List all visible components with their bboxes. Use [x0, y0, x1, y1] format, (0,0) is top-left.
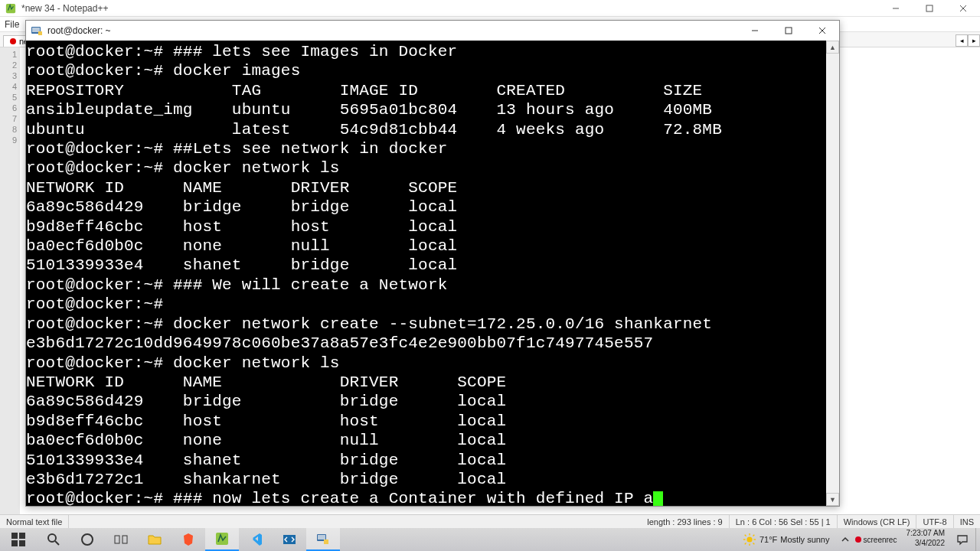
npp-close-button[interactable] [946, 0, 980, 17]
weather-temp: 71°F [760, 535, 777, 544]
svg-line-33 [753, 535, 754, 536]
terminal-scrollbar[interactable]: ▲ ▼ [826, 41, 839, 506]
sun-icon [743, 533, 756, 546]
gutter-line-number: 1 [0, 49, 17, 60]
brave-icon [181, 532, 196, 547]
screenrec-indicator[interactable]: screenrec [854, 536, 897, 544]
terminal-line: 6a89c586d429 bridge bridge local [26, 197, 826, 217]
terminal-line: root@docker:~# docker network ls [26, 158, 826, 178]
svg-rect-24 [318, 535, 325, 540]
tray-icons[interactable]: screenrec [836, 528, 902, 551]
gutter-line-number: 9 [0, 135, 17, 145]
term-minimize-button[interactable] [738, 21, 772, 41]
clock-time: 7:23:07 AM [906, 528, 945, 538]
taskbar-clock[interactable]: 7:23:07 AM 3/4/2022 [901, 528, 949, 551]
winscp-icon [282, 532, 297, 547]
terminal-line: REPOSITORY TAG IMAGE ID CREATED SIZE [26, 81, 826, 100]
svg-point-35 [855, 536, 861, 543]
cortana-icon [80, 532, 95, 547]
notepad-pp-icon [5, 2, 17, 15]
notifications-button[interactable] [949, 528, 975, 551]
npp-minimize-button[interactable] [879, 0, 913, 17]
notepad-pp-statusbar: Normal text file length : 293 lines : 9 … [0, 514, 980, 528]
terminal-line: NETWORK ID NAME DRIVER SCOPE [26, 178, 826, 197]
gutter-line-number: 6 [0, 103, 17, 113]
gutter-line-number: 3 [0, 70, 17, 81]
svg-point-18 [82, 534, 93, 545]
terminal-line: NETWORK ID NAME DRIVER SCOPE [26, 373, 826, 392]
weather-desc: Mostly sunny [780, 535, 829, 544]
menu-file[interactable]: File [5, 19, 19, 30]
taskbar-notepadpp[interactable] [205, 528, 239, 551]
status-length-lines: length : 293 lines : 9 [641, 515, 729, 528]
putty-icon [31, 24, 43, 37]
terminal-line: e3b6d17272c1 shankarnet bridge local [26, 470, 826, 489]
terminal-line-current: root@docker:~# ### now lets create a Con… [26, 489, 826, 506]
tab-scroll-left[interactable]: ◂ [956, 34, 968, 47]
tab-scroll-right[interactable]: ▸ [968, 34, 980, 47]
terminal-line: ba0ecf6d0b0c none null local [26, 431, 826, 450]
status-file-type: Normal text file [0, 515, 69, 528]
cortana-button[interactable] [70, 528, 104, 551]
gutter-line-number: 7 [0, 113, 17, 124]
svg-rect-2 [926, 5, 933, 11]
terminal-line: ansibleupdate_img ubuntu 5695a01bc804 13… [26, 100, 826, 119]
show-desktop-button[interactable] [975, 528, 980, 551]
terminal-line: b9d8eff46cbc host host local [26, 217, 826, 236]
search-icon [46, 532, 61, 547]
windows-logo-icon [11, 532, 26, 547]
record-icon [854, 536, 862, 543]
status-encoding: UTF-8 [916, 515, 953, 528]
svg-rect-12 [11, 533, 18, 539]
npp-maximize-button[interactable] [913, 0, 946, 17]
tray-chevron-up-icon[interactable] [841, 535, 850, 544]
svg-point-16 [48, 534, 56, 542]
svg-rect-25 [324, 540, 328, 544]
terminal-line: root@docker:~# docker network ls [26, 354, 826, 373]
terminal-line: 5101339933e4 shanet bridge local [26, 256, 826, 275]
svg-rect-13 [19, 533, 25, 539]
editor-gutter: 123456789 [0, 47, 20, 514]
terminal-titlebar[interactable]: root@docker: ~ [26, 21, 839, 41]
taskbar-vscode[interactable] [239, 528, 273, 551]
terminal-current-text: root@docker:~# ### now lets create a Con… [26, 490, 653, 506]
svg-rect-14 [11, 540, 18, 546]
taskbar-winscp[interactable] [273, 528, 306, 551]
terminal-window: root@docker: ~ root@docker:~# ### lets s… [25, 20, 840, 507]
notepad-pp-titlebar[interactable]: *new 34 - Notepad++ [0, 0, 980, 17]
terminal-line: b9d8eff46cbc host host local [26, 412, 826, 431]
status-eol: Windows (CR LF) [838, 515, 917, 528]
svg-rect-15 [19, 540, 25, 546]
terminal-content[interactable]: root@docker:~# ### lets see Images in Do… [26, 41, 826, 506]
status-mode: INS [954, 515, 980, 528]
scroll-track[interactable] [826, 54, 839, 493]
terminal-cursor [653, 491, 663, 506]
term-close-button[interactable] [805, 21, 839, 41]
gutter-line-number: 8 [0, 124, 17, 135]
terminal-line: root@docker:~# docker network create --s… [26, 315, 826, 334]
term-maximize-button[interactable] [772, 21, 805, 41]
svg-rect-7 [38, 31, 42, 35]
terminal-line: ubuntu latest 54c9d81cbb44 4 weeks ago 7… [26, 120, 826, 139]
terminal-title: root@docker: ~ [47, 25, 738, 36]
svg-line-17 [55, 541, 59, 545]
taskbar-file-explorer[interactable] [138, 528, 172, 551]
svg-point-26 [746, 536, 752, 542]
gutter-line-number: 2 [0, 60, 17, 70]
notification-icon [956, 533, 969, 546]
terminal-line: root@docker:~# [26, 295, 826, 314]
scroll-up-button[interactable]: ▲ [826, 41, 839, 54]
search-button[interactable] [37, 528, 70, 551]
task-view-button[interactable] [104, 528, 138, 551]
terminal-line: root@docker:~# ### We will create a Netw… [26, 276, 826, 295]
tray-weather[interactable]: 71°F Mostly sunny [737, 528, 836, 551]
status-position: Ln : 6 Col : 56 Sel : 55 | 1 [730, 515, 838, 528]
scroll-down-button[interactable]: ▼ [826, 493, 839, 506]
notepad-pp-title: *new 34 - Notepad++ [21, 3, 879, 14]
tab-scroll-controls: ◂ ▸ [956, 34, 980, 47]
start-button[interactable] [0, 528, 37, 551]
svg-rect-20 [122, 536, 127, 543]
taskbar-putty[interactable] [306, 528, 340, 551]
taskbar-brave[interactable] [172, 528, 205, 551]
unsaved-dot-icon [10, 38, 16, 44]
